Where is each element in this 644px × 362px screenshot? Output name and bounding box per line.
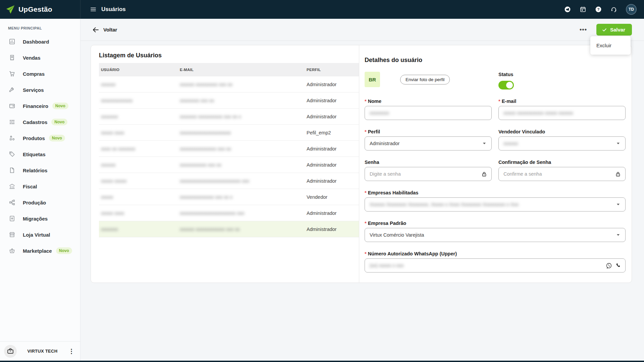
cell-profile: Vendedor — [305, 194, 359, 200]
table-row[interactable]: xxxxxxxxxxxxx xxxxxxxx xxx xx Administra… — [99, 93, 359, 109]
column-header-perfil: PERFIL — [305, 68, 359, 72]
sidebar-item-vendas[interactable]: Vendas — [0, 50, 80, 66]
hamburger-menu-icon[interactable] — [90, 6, 97, 13]
cell-email: xxxxxxxxxxxxxxxxxxxxxxx xxx — [178, 210, 305, 216]
cell-user: xxxxx xxxx — [99, 130, 178, 135]
back-arrow-icon — [92, 26, 99, 34]
novo-badge: Novo — [56, 247, 72, 254]
table-row[interactable]: xxxx xx xxxxxxx xxxxxxxxxxxxxxx xxx xx A… — [99, 141, 359, 157]
cell-profile: Administrador — [305, 162, 359, 168]
table-row[interactable]: xxxxx xxxx xxxxxxxxxxxxxxxxxxxxx Pefil_e… — [99, 125, 359, 141]
perfil-select[interactable]: Administrador — [365, 136, 492, 150]
sidebar-item-relatorios[interactable]: Relatórios — [0, 162, 80, 178]
details-title: Detalhes do usuário — [365, 57, 626, 64]
novo-badge: Novo — [49, 135, 65, 141]
whatsapp-value: (xx) xxxxx x xxx — [370, 263, 404, 268]
sidebar-item-cadastros[interactable]: Cadastros Novo — [0, 114, 80, 130]
vendedor-label: Vendedor Vinculado — [498, 129, 626, 134]
upload-photo-button[interactable]: Enviar foto de perfil — [400, 75, 450, 84]
support-icon[interactable] — [610, 6, 617, 13]
cell-user: xxxxx xxxx — [99, 210, 178, 216]
sidebar-item-migracoes[interactable]: Migrações — [0, 210, 80, 227]
kebab-menu-icon[interactable]: ⋮ — [68, 348, 75, 354]
phone-icon — [615, 262, 621, 268]
whatsapp-input[interactable]: (xx) xxxxx x xxx — [365, 258, 626, 273]
cell-profile: Administrador — [305, 82, 359, 87]
cell-profile: Administrador — [305, 227, 359, 232]
lock-icon — [481, 171, 487, 177]
senha-input[interactable]: Digite a senha — [365, 167, 492, 181]
cell-profile: Administrador — [305, 98, 359, 103]
sidebar-item-fiscal[interactable]: Fiscal — [0, 178, 80, 194]
status-toggle[interactable] — [498, 81, 514, 89]
sidebar-item-label: Etiquetas — [23, 152, 46, 157]
cell-email: xxxxxx xxxxxxxxxxxx xxx xx — [178, 227, 305, 232]
vendedor-value: xxxxxx — [503, 141, 518, 146]
nome-value: xxxxxxxx — [370, 110, 389, 116]
table-row[interactable]: xxxxxx xxxxxxxxxxx xxx xx Administrador — [99, 157, 359, 173]
whatsapp-label: Número Autorizado WhatsApp (Upper) — [365, 251, 626, 256]
sidebar-footer: VIRTUX TECH ⋮ — [0, 341, 80, 361]
sidebar-item-servicos[interactable]: Serviços — [0, 82, 80, 98]
empresas-select[interactable]: Xxxxxx Xxxxxxxx Xxxxxxxx, Xxxxx x Xxxx X… — [365, 197, 626, 212]
table-row[interactable]: xxxxxxx xxxxxxx xxxxxxxxxx xxx xx x Admi… — [99, 109, 359, 125]
sidebar-item-loja-virtual[interactable]: Loja Virtual — [0, 227, 80, 243]
top-bar: UpGestão Usuários ? — [0, 0, 644, 19]
nome-label: Nome — [365, 99, 492, 104]
sidebar-item-label: Serviços — [23, 87, 44, 93]
page-title: Usuários — [101, 6, 126, 13]
cell-email: xxxxxxxxxxxxxxxxxxxxx — [178, 130, 305, 135]
toggle-knob — [506, 82, 513, 88]
sidebar-item-label: Vendas — [23, 55, 41, 61]
actions-dropdown: Excluir — [590, 36, 631, 55]
empresa-padrao-select[interactable]: Virtux Comércio Varejista — [365, 228, 626, 242]
calendar-icon[interactable] — [580, 6, 586, 13]
more-actions-button[interactable]: ••• — [578, 25, 589, 35]
table-row[interactable]: xxxxxx xxxxxx xxxxxxxxx xxx xx Administr… — [99, 76, 359, 93]
table-row[interactable]: xxxxx xxxxx xxxxxxxxxxxxxxxxxxxxxxxxx xx… — [99, 173, 359, 189]
status-label: Status — [498, 72, 626, 77]
cell-user: xxxx xx xxxxxxx — [99, 146, 178, 152]
back-label: Voltar — [103, 27, 117, 33]
save-label: Salvar — [610, 27, 625, 33]
users-card: Listagem de Usuários USUÁRIO E-MAIL PERF… — [91, 45, 632, 283]
avatar-row: BR Enviar foto de perfil — [365, 72, 492, 89]
sidebar-item-label: Dashboard — [23, 39, 49, 45]
chevron-down-icon — [615, 201, 621, 207]
confirmacao-input[interactable]: Confirme a senha — [498, 167, 626, 181]
empresas-value: Xxxxxx Xxxxxxxx Xxxxxxxx, Xxxxx x Xxxx X… — [370, 202, 519, 207]
save-button[interactable]: Salvar — [596, 24, 632, 36]
svg-text:?: ? — [597, 7, 599, 11]
table-row[interactable]: xxxxx xxxx xxxxxxxxxxxxxxxxxxxxxxx xxx A… — [99, 205, 359, 221]
user-avatar[interactable]: TD — [626, 4, 637, 15]
back-button[interactable]: Voltar — [92, 26, 117, 34]
cell-user: xxxxxxxxxxxxx — [99, 98, 178, 103]
column-header-usuario: USUÁRIO — [99, 68, 178, 72]
announcement-icon[interactable] — [564, 6, 571, 13]
nome-input[interactable]: xxxxxxxx — [365, 106, 492, 120]
email-input[interactable]: xxxxx xxxxxxxxxxx xxxxx xxxxxx — [498, 106, 626, 120]
whatsapp-icon — [606, 262, 612, 269]
sidebar-item-compras[interactable]: Compras — [0, 66, 80, 82]
table-row[interactable]: xxxxx xxxxxxxxxxxxxx xxx xx x Vendedor — [99, 189, 359, 205]
novo-badge: Novo — [52, 103, 68, 109]
confirmacao-label: Confirmação de Senha — [498, 160, 626, 165]
help-icon[interactable]: ? — [595, 6, 602, 13]
briefcase-icon[interactable] — [4, 345, 17, 358]
sidebar-item-dashboard[interactable]: Dashboard — [0, 34, 80, 50]
field-perfil: Perfil Administrador — [365, 129, 492, 150]
sidebar-item-producao[interactable]: Produção — [0, 194, 80, 210]
sidebar-item-etiquetas[interactable]: Etiquetas — [0, 146, 80, 162]
sidebar-item-marketplace[interactable]: Marketplace Novo — [0, 243, 80, 259]
sidebar-item-label: Marketplace — [23, 248, 52, 254]
table-row-selected[interactable]: xxxxxxx xxxxxx xxxxxxxxxxxx xxx xx Admin… — [99, 221, 359, 237]
sidebar-item-produtos[interactable]: Produtos Novo — [0, 130, 80, 146]
vendedor-select[interactable]: xxxxxx — [498, 136, 626, 150]
delete-menu-item[interactable]: Excluir — [590, 38, 631, 53]
cell-user: xxxxxxx — [99, 114, 178, 119]
chevron-down-icon — [481, 140, 487, 146]
sidebar-item-financeiro[interactable]: Financeiro Novo — [0, 98, 80, 114]
cart-icon — [9, 70, 15, 77]
field-vendedor-vinculado: Vendedor Vinculado xxxxxx — [498, 129, 626, 150]
bank-icon — [9, 183, 15, 190]
